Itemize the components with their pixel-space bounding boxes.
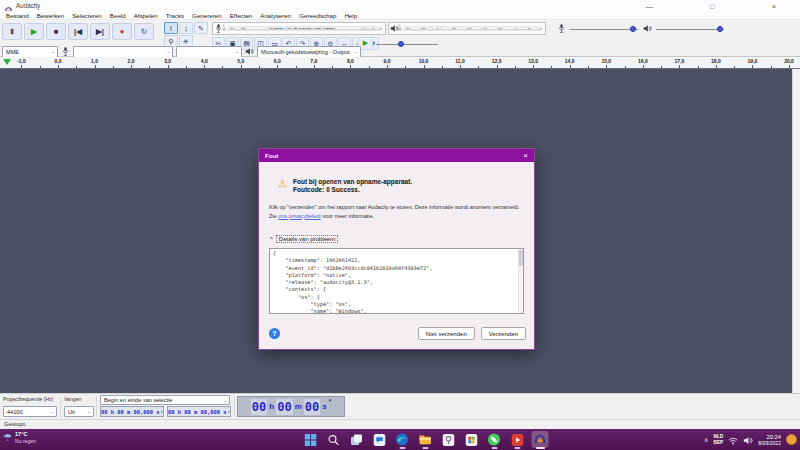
language-indicator[interactable]: NLD BEP bbox=[713, 434, 723, 444]
ruler-label: 18,0 bbox=[711, 58, 721, 64]
maximize-button[interactable]: □ bbox=[710, 3, 714, 10]
file-explorer-icon[interactable] bbox=[417, 431, 434, 448]
meter-channel-labels: LR bbox=[223, 25, 227, 32]
playback-volume-slider[interactable] bbox=[656, 22, 724, 35]
help-button[interactable]: ? bbox=[269, 328, 280, 339]
dialog-close-button[interactable]: × bbox=[523, 152, 528, 160]
ruler-tick bbox=[533, 65, 534, 68]
close-window-button[interactable]: × bbox=[772, 3, 776, 10]
minimize-button[interactable]: — bbox=[646, 3, 653, 10]
collapse-caret-icon: ^ bbox=[270, 236, 273, 242]
stop-button[interactable]: ■ bbox=[46, 23, 66, 40]
taskbar-clock[interactable]: 20:24 8/09/2022 bbox=[758, 434, 781, 446]
menu-help[interactable]: Help bbox=[340, 11, 361, 19]
desktop: Audacity — □ × BestandBewerkenSelecteren… bbox=[0, 0, 800, 450]
time-segment: 00 bbox=[251, 399, 267, 415]
envelope-tool[interactable]: ↨ bbox=[179, 22, 193, 34]
menu-beeld[interactable]: Beeld bbox=[106, 11, 130, 19]
menu-effecten[interactable]: Effecten bbox=[226, 11, 257, 19]
privacy-policy-link[interactable]: ons privacybeleid bbox=[278, 213, 321, 219]
ruler-label: 7,0 bbox=[310, 58, 317, 64]
notification-badge[interactable] bbox=[786, 434, 797, 445]
snap-select[interactable]: Uit⌄ bbox=[64, 406, 94, 417]
dialog-titlebar[interactable]: Fout × bbox=[259, 149, 534, 162]
ruler-tick bbox=[168, 65, 169, 68]
recording-device-select[interactable]: ⌄ bbox=[73, 46, 173, 58]
ruler-minor-tick bbox=[588, 66, 589, 68]
chat-button-icon[interactable] bbox=[371, 431, 388, 448]
menu-gereedschap[interactable]: Gereedschap bbox=[295, 11, 340, 19]
ruler-label: 11,0 bbox=[455, 58, 464, 64]
ruler-minor-tick bbox=[259, 66, 260, 68]
status-bar: Gestopt. bbox=[0, 419, 800, 429]
whatsapp-icon[interactable] bbox=[486, 431, 503, 448]
recording-channels-select[interactable]: ⌄ bbox=[176, 46, 242, 58]
menu-afspelen[interactable]: Afspelen bbox=[130, 11, 162, 19]
vertical-scrollbar[interactable] bbox=[792, 69, 800, 393]
titlebar: Audacity — □ × bbox=[0, 0, 800, 11]
send-button[interactable]: Verzenden bbox=[481, 327, 526, 340]
ruler-minor-tick bbox=[442, 66, 443, 68]
menu-bewerken[interactable]: Bewerken bbox=[33, 11, 69, 19]
ruler-tick bbox=[277, 65, 278, 68]
selection-end-field[interactable]: 00 h 00 m 00,000 s▾ bbox=[167, 406, 231, 417]
time-display-menu-arrow[interactable]: ▾ bbox=[329, 397, 332, 403]
ruler-minor-tick bbox=[405, 66, 406, 68]
edge-browser-icon[interactable] bbox=[394, 431, 411, 448]
details-toggle[interactable]: ^ Details van probleem bbox=[270, 235, 338, 243]
draw-tool[interactable]: ✎ bbox=[194, 22, 208, 34]
wifi-icon[interactable] bbox=[728, 431, 738, 449]
ruler-label: 10,0 bbox=[419, 58, 429, 64]
selection-tool[interactable]: I bbox=[164, 22, 178, 34]
loop-button[interactable]: ↻ bbox=[134, 23, 154, 40]
search-button-icon[interactable] bbox=[325, 431, 342, 448]
play-head-marker[interactable] bbox=[3, 59, 11, 65]
start-button-icon[interactable] bbox=[302, 431, 319, 448]
status-text: Gestopt. bbox=[4, 421, 27, 427]
playback-meter[interactable]: LR -54-48-42-36-30-24-18-12-60 bbox=[388, 22, 546, 35]
menu-selecteren[interactable]: Selecteren bbox=[68, 11, 106, 19]
ruler-label: 15,0 bbox=[601, 58, 611, 64]
menu-tracks[interactable]: Tracks bbox=[162, 11, 188, 19]
error-details-textarea[interactable]: { "timestamp": 1662661422, "event_id": "… bbox=[269, 248, 524, 314]
taskbar-weather-widget[interactable]: ☂ 17°C Nu regen bbox=[3, 431, 36, 444]
audacity-app-icon[interactable] bbox=[532, 431, 549, 448]
ruler-tick bbox=[58, 65, 59, 68]
pinned-app-icon[interactable] bbox=[440, 431, 457, 448]
audio-host-select[interactable]: MME⌄ bbox=[2, 46, 58, 58]
skip-to-end-button[interactable]: ▶| bbox=[90, 23, 110, 40]
ruler-label: 0,0 bbox=[55, 58, 62, 64]
tray-overflow-chevron-icon[interactable]: ∧ bbox=[704, 436, 708, 443]
record-button[interactable]: ● bbox=[112, 23, 132, 40]
playback-device-select[interactable]: Microsoft-geluidstoewijzing - Output⌄ bbox=[257, 46, 361, 58]
error-dialog: Fout × ⚠ Fout bij openen van opname-appa… bbox=[258, 148, 535, 350]
ruler-label: 3,0 bbox=[164, 58, 171, 64]
playback-speed-slider[interactable] bbox=[376, 37, 438, 50]
menu-analyseren[interactable]: Analyseren bbox=[256, 11, 295, 19]
dialog-title: Fout bbox=[265, 152, 523, 159]
play-button[interactable]: ▶ bbox=[24, 23, 44, 40]
selection-start-field[interactable]: 00 h 00 m 00,000 s▾ bbox=[100, 406, 164, 417]
project-rate-label: Projectfrequentie (Hz) bbox=[3, 396, 53, 402]
ruler-label: 16,0 bbox=[638, 58, 648, 64]
textarea-scrollbar[interactable] bbox=[518, 249, 523, 313]
project-rate-select[interactable]: 44100⌄ bbox=[3, 406, 57, 417]
volume-icon[interactable] bbox=[743, 431, 753, 449]
menu-genereren[interactable]: Genereren bbox=[188, 11, 226, 19]
recording-meter[interactable]: LR -54-48Klikken om te starten met meten… bbox=[212, 22, 386, 35]
pause-button[interactable]: Ⅱ bbox=[2, 23, 22, 40]
audio-position-display[interactable]: 00h00m00s▾ bbox=[237, 396, 345, 417]
skip-to-start-button[interactable]: |◀ bbox=[68, 23, 88, 40]
selection-mode-select[interactable]: Begin en einde van selectie⌄ bbox=[100, 395, 230, 405]
tools-toolbar: I↨✎⚲✳ bbox=[164, 22, 212, 47]
error-json-line: "release": "audacity@3.1.3", bbox=[273, 279, 520, 286]
recording-volume-slider[interactable] bbox=[570, 22, 638, 35]
timeline-ruler[interactable]: -1,00,01,02,03,04,05,06,07,08,09,010,011… bbox=[0, 57, 800, 69]
microsoft-store-icon[interactable] bbox=[463, 431, 480, 448]
ruler-label: 2,0 bbox=[128, 58, 135, 64]
menu-bestand[interactable]: Bestand bbox=[2, 11, 33, 19]
task-view-button-icon[interactable] bbox=[348, 431, 365, 448]
dont-send-button[interactable]: Niet verzenden bbox=[418, 327, 475, 340]
ruler-minor-tick bbox=[661, 66, 662, 68]
media-app-icon[interactable] bbox=[509, 431, 526, 448]
